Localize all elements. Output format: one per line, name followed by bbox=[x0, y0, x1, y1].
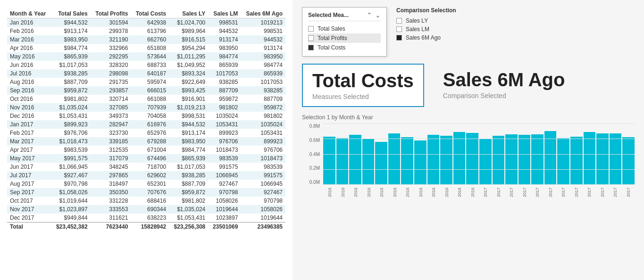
table-cell: $887,709 bbox=[169, 180, 208, 188]
table-cell: 707676 bbox=[131, 188, 169, 197]
table-cell: 573644 bbox=[131, 52, 169, 61]
dropdown-checkbox[interactable] bbox=[308, 26, 314, 32]
chart-x-label: 2016 bbox=[453, 186, 466, 199]
chart-x-label: 2016 bbox=[440, 186, 453, 199]
measure-dropdown-card[interactable]: Selected Mea... ⌃ ⌄ Total SalesTotal Pro… bbox=[302, 7, 387, 57]
col-header-sales-6m: Sales 6M Ago bbox=[241, 9, 285, 18]
table-cell: 1019213 bbox=[241, 18, 285, 27]
table-cell: 1019644 bbox=[208, 205, 241, 214]
col-header-total-sales: Total Sales bbox=[51, 9, 90, 18]
table-cell: 1017053 bbox=[241, 78, 285, 86]
total-cell: 7623440 bbox=[91, 222, 131, 231]
table-row: Jul 2017$927,467297865629602$938,2851066… bbox=[7, 171, 285, 180]
table-cell: $981,802 bbox=[51, 95, 90, 103]
table-cell: 651808 bbox=[131, 44, 169, 52]
chart-bar bbox=[401, 137, 413, 185]
chart-bar bbox=[557, 138, 569, 185]
comparison-item[interactable]: Sales LY bbox=[396, 16, 456, 25]
table-row: Nov 2017$1,023,897333553690344$1,035,024… bbox=[7, 205, 285, 214]
table-cell: 348245 bbox=[91, 163, 131, 171]
table-cell: 652301 bbox=[131, 180, 169, 188]
chart-x-label: 2016 bbox=[414, 186, 427, 199]
comparison-checkbox[interactable] bbox=[396, 35, 402, 41]
chart-bar bbox=[453, 132, 466, 185]
table-cell: 671004 bbox=[131, 146, 169, 154]
comparison-item[interactable]: Sales LM bbox=[396, 25, 456, 33]
table-cell: Nov 2016 bbox=[7, 103, 51, 112]
table-row: Aug 2016$887,709291735595974$922,6499382… bbox=[7, 78, 285, 86]
table-cell: 282947 bbox=[91, 120, 131, 129]
table-cell: 998531 bbox=[208, 18, 241, 27]
table-cell: $1,058,026 bbox=[51, 188, 90, 197]
right-panel: Selected Mea... ⌃ ⌄ Total SalesTotal Pro… bbox=[293, 0, 644, 280]
table-cell: $944,532 bbox=[169, 120, 208, 129]
sort-asc-icon[interactable]: ⌃ bbox=[367, 11, 372, 19]
table-cell: 1018473 bbox=[241, 154, 285, 163]
dropdown-checkbox[interactable] bbox=[308, 45, 314, 50]
kpi-comparison-label: Comparison Selected bbox=[443, 92, 565, 99]
dropdown-checkbox[interactable] bbox=[308, 35, 314, 41]
table-cell: Apr 2016 bbox=[7, 44, 51, 52]
table-row: Nov 2016$1,035,024327085707939$1,019,213… bbox=[7, 103, 285, 112]
table-cell: $983,950 bbox=[51, 35, 90, 44]
table-cell: 984774 bbox=[208, 52, 241, 61]
col-header-sales-lm: Sales LM bbox=[208, 9, 241, 18]
table-cell: 349373 bbox=[91, 112, 131, 120]
table-cell: $1,024,700 bbox=[169, 18, 208, 27]
chart-bar bbox=[362, 139, 375, 185]
table-cell: Dec 2017 bbox=[7, 214, 51, 222]
comparison-checkbox[interactable] bbox=[396, 18, 402, 24]
table-cell: 320714 bbox=[91, 95, 131, 103]
comparison-item[interactable]: Sales 6M Ago bbox=[396, 33, 456, 42]
table-cell: 1035024 bbox=[208, 112, 241, 120]
dropdown-card-title: Selected Mea... bbox=[308, 12, 349, 18]
comparison-selection-panel: Comparison Selection Sales LYSales LMSal… bbox=[396, 7, 456, 42]
table-cell: Jun 2016 bbox=[7, 61, 51, 69]
table-row: Sep 2016$959,872293857666015$993,4258877… bbox=[7, 86, 285, 95]
dropdown-item[interactable]: Total Sales bbox=[308, 24, 381, 33]
table-cell: 350350 bbox=[91, 188, 131, 197]
chart-x-label: 2016 bbox=[362, 186, 376, 199]
table-cell: $983,539 bbox=[51, 146, 90, 154]
table-cell: 666015 bbox=[131, 86, 169, 95]
table-row: Mar 2016$983,950321190662760$916,5159131… bbox=[7, 35, 285, 44]
comparison-checkbox[interactable] bbox=[396, 26, 402, 32]
table-cell: 298098 bbox=[91, 69, 131, 78]
sort-desc-icon[interactable]: ⌄ bbox=[375, 11, 381, 19]
table-cell: Nov 2017 bbox=[7, 205, 51, 214]
table-cell: 1066945 bbox=[208, 171, 241, 180]
table-cell: $1,017,053 bbox=[51, 61, 90, 69]
table-cell: $1,066,945 bbox=[51, 163, 90, 171]
kpi-comparison-card: Sales 6M Ago Comparison Selected bbox=[434, 64, 575, 107]
chart-x-label: 2017 bbox=[596, 186, 609, 199]
chart-bar bbox=[414, 140, 427, 185]
table-cell: $944,532 bbox=[51, 18, 90, 27]
dropdown-item[interactable]: Total Costs bbox=[308, 43, 381, 52]
data-table: Month & Year Total Sales Total Profits T… bbox=[7, 9, 285, 231]
table-row: Apr 2017$983,539312535671004$984,7741018… bbox=[7, 146, 285, 154]
table-cell: Sep 2017 bbox=[7, 188, 51, 197]
table-cell: Feb 2016 bbox=[7, 27, 51, 35]
chart-x-label: 2016 bbox=[427, 186, 440, 199]
kpi-area: Total Costs Measures Selected Sales 6M A… bbox=[302, 64, 635, 107]
dropdown-item[interactable]: Total Profits bbox=[308, 33, 381, 43]
table-cell: 321190 bbox=[91, 35, 131, 44]
chart-bar bbox=[440, 136, 452, 185]
table-cell: $993,425 bbox=[169, 86, 208, 95]
table-cell: 927467 bbox=[241, 188, 285, 197]
table-cell: 642938 bbox=[131, 18, 169, 27]
table-cell: Mar 2016 bbox=[7, 35, 51, 44]
table-cell: Aug 2017 bbox=[7, 180, 51, 188]
table-cell: 312535 bbox=[91, 146, 131, 154]
table-row: Feb 2017$976,706323730652976$913,1748999… bbox=[7, 129, 285, 137]
table-cell: $887,709 bbox=[51, 78, 90, 86]
table-cell: $983,950 bbox=[169, 137, 208, 146]
table-cell: 944532 bbox=[241, 35, 285, 44]
table-cell: 1017053 bbox=[208, 69, 241, 78]
table-cell: 613796 bbox=[131, 27, 169, 35]
total-cell: $23,452,382 bbox=[51, 222, 90, 231]
dropdown-card-icons: ⌃ ⌄ bbox=[367, 11, 381, 19]
chart-title: Selection 1 by Month & Year bbox=[302, 114, 635, 121]
table-cell: 865939 bbox=[241, 69, 285, 78]
table-cell: May 2017 bbox=[7, 154, 51, 163]
